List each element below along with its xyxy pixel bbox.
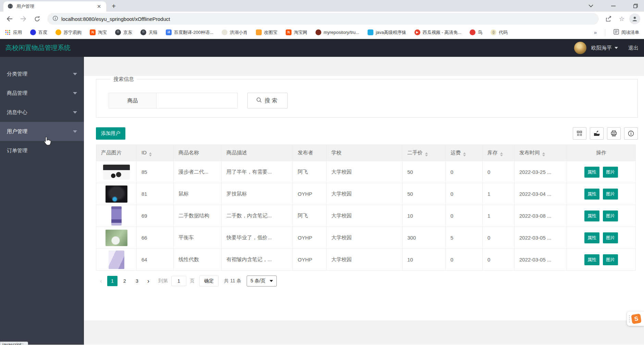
picture-button[interactable]: 图片 — [603, 210, 618, 221]
product-image[interactable] — [106, 186, 127, 203]
export-icon[interactable] — [590, 127, 604, 140]
repo-favicon-icon — [315, 29, 321, 35]
page-button[interactable]: 1 — [107, 276, 117, 286]
bookmark-star-icon[interactable]: ☆ — [616, 13, 628, 25]
back-button[interactable] — [3, 13, 16, 25]
bookmark-item[interactable]: 译百度翻译-200种语... — [166, 29, 213, 36]
bookmark-item[interactable]: java高级程序猿 — [368, 29, 406, 36]
sidebar-item-category-management[interactable]: 分类管理 — [0, 64, 84, 84]
chevron-down-icon — [73, 92, 77, 97]
picture-button[interactable]: 图片 — [603, 167, 618, 178]
sidebar-item-user-management[interactable]: 用户管理 — [0, 122, 84, 141]
sort-icon[interactable] — [425, 152, 428, 156]
sort-asc-icon[interactable] — [149, 152, 152, 154]
screenshot-tool-button[interactable]: S — [627, 311, 644, 326]
sort-icon[interactable] — [149, 152, 152, 156]
restore-window-button[interactable] — [633, 4, 638, 8]
column-header[interactable]: 二手价 — [402, 145, 446, 161]
new-tab-button[interactable]: + — [109, 1, 119, 11]
product-image[interactable] — [106, 230, 127, 246]
user-dropdown-caret-icon[interactable] — [615, 47, 618, 51]
bookmark-item[interactable]: 改图宝 — [256, 29, 277, 36]
sidebar-items: 分类管理商品管理消息中心用户管理订单管理 — [0, 64, 84, 160]
reading-list-button[interactable]: 阅读清单 — [614, 29, 639, 36]
site-info-icon[interactable] — [53, 16, 58, 22]
minimize-button[interactable] — [611, 5, 616, 7]
bookmark-item[interactable]: 天猫 — [140, 29, 158, 36]
user-avatar[interactable] — [574, 42, 586, 54]
attribute-button[interactable]: 属性 — [584, 189, 599, 200]
attribute-button[interactable]: 属性 — [584, 232, 599, 243]
sidebar-item-message-center[interactable]: 消息中心 — [0, 103, 84, 122]
bookmark-item[interactable]: 鸟 — [470, 29, 482, 36]
columns-filter-icon[interactable] — [573, 127, 586, 140]
address-bar[interactable]: localhost:8080/esyu_springboot/xOfflineP… — [47, 13, 599, 25]
info-icon[interactable] — [624, 127, 638, 140]
stock-cell: 0 — [483, 161, 515, 183]
column-header[interactable]: 库存 — [483, 145, 515, 161]
sort-desc-icon[interactable] — [425, 155, 428, 156]
share-icon[interactable] — [603, 13, 615, 25]
page-button[interactable]: 3 — [132, 276, 142, 286]
bookmark-item[interactable]: myrepository/tru... — [315, 29, 359, 35]
bookmark-item[interactable]: 苏宁易购 — [55, 29, 82, 36]
bookmark-item[interactable]: 淘淘宝网 — [286, 29, 307, 36]
bookmark-label: 苏宁易购 — [64, 29, 82, 36]
sort-desc-icon[interactable] — [542, 155, 545, 156]
page-size-select[interactable]: 5 条/页 — [247, 276, 277, 286]
prev-page-button[interactable]: ‹ — [96, 278, 106, 285]
search-button[interactable]: 搜索 — [247, 93, 288, 108]
sort-desc-icon[interactable] — [463, 155, 466, 156]
sort-icon[interactable] — [500, 152, 503, 156]
print-icon[interactable] — [607, 127, 621, 140]
profile-avatar-icon[interactable] — [629, 13, 641, 25]
reload-button[interactable] — [31, 13, 43, 25]
picture-button[interactable]: 图片 — [603, 232, 618, 243]
bookmark-item[interactable]: 京东 — [115, 29, 132, 36]
bookmark-item[interactable]: {}代码 — [491, 29, 508, 36]
browser-tab[interactable]: 用户管理 ✕ — [3, 1, 106, 12]
sort-asc-icon[interactable] — [463, 152, 466, 154]
tab-close-icon[interactable]: ✕ — [96, 3, 102, 10]
forward-button[interactable] — [17, 13, 29, 25]
column-header[interactable]: 运费 — [446, 145, 483, 161]
bookmark-item[interactable]: 洪湖小肖 — [222, 29, 248, 36]
page-button[interactable]: 2 — [120, 276, 130, 286]
search-input[interactable] — [157, 93, 238, 108]
picture-button[interactable]: 图片 — [603, 254, 618, 265]
column-header[interactable]: ID — [137, 145, 174, 161]
bookmark-item[interactable]: 百度 — [30, 29, 47, 36]
sort-desc-icon[interactable] — [149, 155, 152, 156]
sort-asc-icon[interactable] — [425, 152, 428, 154]
search-button-label: 搜索 — [265, 97, 279, 104]
attribute-button[interactable]: 属性 — [584, 210, 599, 221]
add-user-button[interactable]: 添加用户 — [96, 127, 125, 140]
bookmark-item[interactable]: ▶西瓜视频 - 高清免... — [414, 29, 461, 36]
confirm-jump-button[interactable]: 确定 — [199, 276, 219, 286]
tab-list-chevron-icon[interactable] — [589, 4, 593, 8]
bookmark-item[interactable]: 淘淘宝 — [90, 29, 107, 36]
sort-desc-icon[interactable] — [500, 155, 503, 156]
product-image[interactable] — [109, 251, 124, 269]
product-image[interactable] — [103, 165, 130, 180]
sort-icon[interactable] — [463, 152, 466, 156]
picture-button[interactable]: 图片 — [603, 189, 618, 200]
sort-icon[interactable] — [542, 152, 545, 156]
logout-button[interactable]: 退出 — [628, 45, 639, 51]
product-image[interactable] — [111, 206, 122, 226]
sort-asc-icon[interactable] — [500, 152, 503, 154]
sort-asc-icon[interactable] — [542, 152, 545, 154]
next-page-button[interactable]: › — [143, 278, 153, 285]
bookmarks-overflow-chevron-icon[interactable]: » — [594, 29, 597, 35]
jump-page-input[interactable] — [171, 276, 186, 286]
actions-cell: 属性图片 — [567, 227, 636, 249]
attribute-button[interactable]: 属性 — [584, 254, 599, 265]
sidebar-item-product-management[interactable]: 商品管理 — [0, 84, 84, 103]
user-name[interactable]: 欧阳海平 — [591, 45, 612, 51]
bookmark-item[interactable]: 应用 — [5, 29, 22, 36]
sidebar-item-order-management[interactable]: 订单管理 — [0, 141, 84, 160]
attribute-button[interactable]: 属性 — [584, 167, 599, 178]
globe-favicon-icon — [8, 3, 13, 10]
bookmark-label: 百度 — [38, 29, 47, 36]
column-header[interactable]: 发布时间 — [515, 145, 567, 161]
